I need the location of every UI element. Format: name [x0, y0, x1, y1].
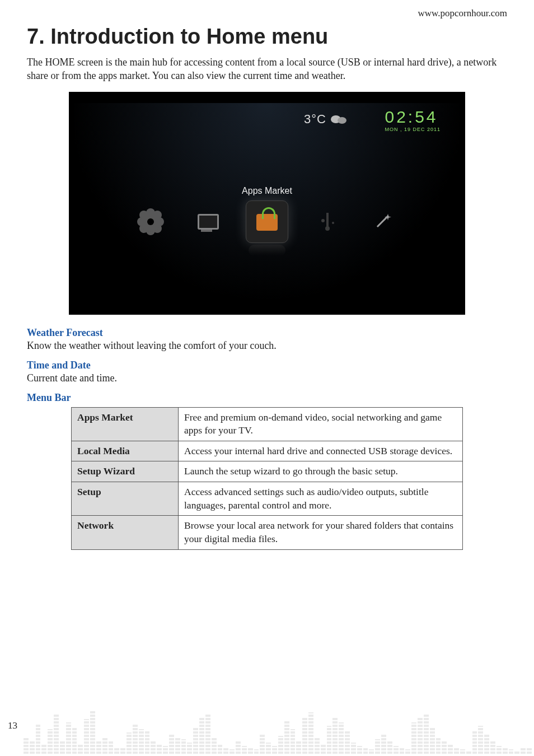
selected-menu-label: Apps Market	[242, 186, 292, 196]
weather-icon	[331, 114, 348, 124]
timedate-text: Current date and time.	[27, 372, 507, 384]
menu-name-cell: Setup Wizard	[72, 461, 179, 482]
weather-heading: Weather Forecast	[27, 327, 507, 339]
tv-icon	[196, 212, 217, 232]
menu-desc-cell: Access your internal hard drive and conn…	[179, 441, 463, 461]
clock-widget: 02:54 MON , 19 DEC 2011	[385, 108, 441, 132]
shop-icon	[254, 211, 280, 233]
menu-item-setup[interactable]	[134, 205, 167, 239]
menubar-heading: Menu Bar	[27, 392, 507, 404]
usb-icon	[317, 212, 338, 232]
menu-name-cell: Setup	[72, 482, 179, 516]
timedate-heading: Time and Date	[27, 360, 507, 371]
home-menu-bar	[134, 200, 400, 243]
menu-item-usb[interactable]	[311, 205, 344, 239]
weather-temp: 3°C	[304, 112, 326, 127]
clock-date: MON , 19 DEC 2011	[385, 127, 441, 132]
intro-paragraph: The HOME screen is the main hub for acce…	[27, 55, 507, 83]
page-url: www.popcornhour.com	[27, 8, 507, 19]
menu-name-cell: Apps Market	[72, 407, 179, 441]
menu-bar-table: Apps MarketFree and premium on-demand vi…	[71, 407, 463, 550]
menu-desc-cell: Free and premium on-demand video, social…	[179, 407, 463, 441]
equalizer-decoration	[24, 692, 532, 754]
menu-name-cell: Local Media	[72, 441, 179, 461]
page-number: 13	[8, 720, 17, 731]
clock-time: 02:54	[385, 108, 441, 127]
menu-item-wizard[interactable]	[367, 205, 400, 239]
table-row: NetworkBrowse your local area network fo…	[72, 516, 463, 549]
wand-icon	[373, 212, 394, 232]
table-row: Apps MarketFree and premium on-demand vi…	[72, 407, 463, 441]
weather-text: Know the weather without leaving the com…	[27, 340, 507, 352]
section-title: 7. Introduction to Home menu	[27, 25, 507, 49]
weather-readout: 3°C	[304, 112, 348, 127]
table-row: Local MediaAccess your internal hard dri…	[72, 441, 463, 461]
home-menu-screenshot: 3°C 02:54 MON , 19 DEC 2011 Apps Market	[69, 92, 465, 315]
menu-item-apps-market[interactable]	[246, 200, 288, 243]
menu-name-cell: Network	[72, 516, 179, 549]
menu-item-local-media[interactable]	[190, 205, 223, 239]
gear-icon	[140, 212, 161, 232]
table-row: SetupAccess advanced settings such as au…	[72, 482, 463, 516]
menu-desc-cell: Access advanced settings such as audio/v…	[179, 482, 463, 516]
menu-desc-cell: Launch the setup wizard to go through th…	[179, 461, 463, 482]
menu-desc-cell: Browse your local area network for your …	[179, 516, 463, 549]
table-row: Setup WizardLaunch the setup wizard to g…	[72, 461, 463, 482]
